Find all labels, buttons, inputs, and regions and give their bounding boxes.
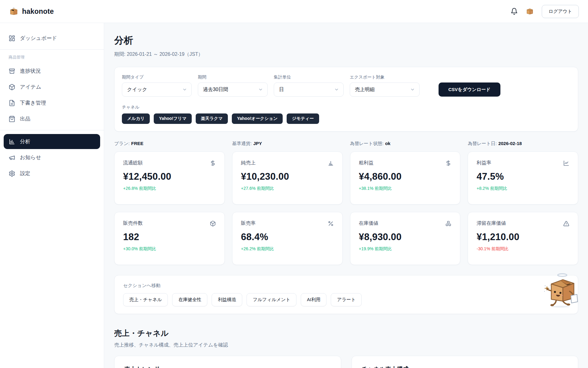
sidebar-item-label: アイテム [20,83,41,90]
kpi-value: ¥1,210.00 [477,232,569,243]
gear-icon [9,170,15,177]
brand: hakonote [9,7,54,16]
dollar-sign-icon [210,160,216,166]
bar-chart-icon [328,160,334,166]
filter-card: 期間タイプ クイック 期間 過去30日間 [114,67,578,132]
section-nav-card: セクションへ移動 売上・チャネル 在庫健全性 利益構造 フルフィルメント AI利… [114,275,578,314]
kpi-row-2: 販売件数 182 +30.0% 前期間比 販売率 68.4% +26.2% 前期… [114,212,578,265]
kpi-label: 粗利益 [359,160,374,166]
kpi-card-stale-inventory: 滞留在庫価値 ¥1,210.00 -30.1% 前期間比 [468,212,578,265]
sales-trend-title: 売上トレンド [124,365,331,368]
sidebar-divider [0,49,104,50]
app-header: hakonote ログアウト [0,0,588,23]
box-mascot-illustration [543,272,580,309]
logout-button[interactable]: ログアウト [542,5,579,18]
sales-section-title: 売上・チャネル [114,328,578,338]
chevron-down-icon [182,87,187,92]
nav-link-ai-usage[interactable]: AI利用 [301,293,326,306]
bell-icon[interactable] [511,8,518,15]
kpi-card-profit-rate: 利益率 47.5% +8.2% 前期間比 [468,151,578,205]
sidebar-item-listings[interactable]: 出品 [4,111,100,126]
kpi-change: +19.9% 前期間比 [359,246,452,252]
kpi-label: 流通総額 [123,160,143,166]
export-target-select[interactable]: 売上明細 [350,82,420,97]
sales-section-subtitle: 売上推移、チャネル構成、売上上位アイテムを確認 [114,342,578,348]
channel-chip-yahoo-auction[interactable]: Yahoo!オークション [232,113,283,124]
kpi-label: 在庫価値 [359,220,379,227]
select-value: 売上明細 [355,86,375,93]
kpi-row-1: 流通総額 ¥12,450.00 +26.8% 前期間比 純売上 ¥10,230.… [114,151,578,205]
unit-select[interactable]: 日 [274,82,344,97]
file-text-icon [9,100,15,106]
box-logo-icon [9,7,18,16]
chevron-down-icon [334,87,339,92]
sidebar-item-analytics[interactable]: 分析 [4,134,100,149]
page-title: 分析 [114,34,578,47]
package-icon [210,220,216,227]
kpi-card-gmv: 流通総額 ¥12,450.00 +26.8% 前期間比 [114,151,225,205]
kpi-value: ¥10,230.00 [241,171,334,182]
nav-link-fulfillment[interactable]: フルフィルメント [247,293,296,306]
kpi-label: 販売件数 [123,220,143,227]
kpi-label: 純売上 [241,160,256,166]
select-value: 日 [279,86,284,93]
channel-chip-jmty[interactable]: ジモティー [287,113,319,124]
kpi-change: +8.2% 前期間比 [477,186,569,191]
channel-chip-rakuma[interactable]: 楽天ラクマ [196,113,228,124]
field-label: 期間タイプ [122,75,192,80]
sidebar-item-settings[interactable]: 設定 [4,166,100,181]
fx-rate-status: 為替レート状態:ok [350,141,461,147]
kpi-change: +30.0% 前期間比 [123,246,216,252]
kpi-value: ¥12,450.00 [123,171,216,182]
sidebar-item-label: 下書き管理 [20,99,46,106]
avatar[interactable] [526,7,534,15]
nav-link-sales-channel[interactable]: 売上・チャネル [123,293,168,306]
meta-row: プラン:FREE 基準通貨:JPY 為替レート状態:ok 為替レート日:2026… [114,141,578,147]
alert-triangle-icon [563,220,569,227]
channel-label: チャネル [122,105,571,110]
field-label: 期間 [198,75,268,80]
line-chart-icon [563,160,569,166]
channel-composition-card: チャネル売上構成 [352,356,579,368]
sidebar-item-progress[interactable]: 進捗状況 [4,63,100,79]
kpi-value: ¥8,930.00 [359,232,452,243]
base-currency: 基準通貨:JPY [232,141,343,147]
kpi-value: ¥4,860.00 [359,171,452,182]
kpi-change: -30.1% 前期間比 [477,246,569,252]
sidebar: ダッシュボード 商品管理 進捗状況 アイテム [0,23,104,368]
sidebar-item-drafts[interactable]: 下書き管理 [4,95,100,110]
field-label: 集計単位 [274,75,344,80]
nav-link-alerts[interactable]: アラート [331,293,362,306]
section-nav-label: セクションへ移動 [123,283,569,289]
period-select[interactable]: 過去30日間 [198,82,268,97]
csv-download-button[interactable]: CSVをダウンロード [439,82,500,97]
fx-rate-date: 為替レート日:2026-02-18 [468,141,578,147]
period-text: 期間: 2026-01-21 ～ 2026-02-19（JST） [114,51,578,58]
dollar-sign-icon [445,160,451,166]
package-icon [9,84,15,90]
sidebar-item-news[interactable]: お知らせ [4,150,100,165]
kpi-card-sales-count: 販売件数 182 +30.0% 前期間比 [114,212,225,265]
kpi-card-sell-through: 販売率 68.4% +26.2% 前期間比 [232,212,343,265]
kpi-card-inventory-value: 在庫価値 ¥8,930.00 +19.9% 前期間比 [350,212,461,265]
kpi-change: +27.6% 前期間比 [241,186,334,191]
nav-link-inventory-health[interactable]: 在庫健全性 [172,293,207,306]
channel-composition-title: チャネル売上構成 [362,365,568,368]
layout-dashboard-icon [9,35,15,42]
channel-chip-yahoo-flea[interactable]: Yahoo!フリマ [154,113,192,124]
kpi-value: 68.4% [241,232,334,243]
field-label: エクスポート対象 [350,75,420,80]
channel-chip-mercari[interactable]: メルカリ [122,113,150,124]
kpi-card-gross-profit: 粗利益 ¥4,860.00 +38.1% 前期間比 [350,151,461,205]
sidebar-item-dashboard[interactable]: ダッシュボード [4,31,100,46]
kpi-label: 利益率 [477,160,491,166]
period-type-select[interactable]: クイック [122,82,192,97]
sidebar-item-items[interactable]: アイテム [4,79,100,94]
chevron-down-icon [410,87,415,92]
kpi-change: +38.1% 前期間比 [359,186,452,191]
megaphone-icon [9,154,15,161]
nav-link-profit-structure[interactable]: 利益構造 [212,293,242,306]
sidebar-section-label: 商品管理 [0,53,104,63]
shopping-bag-icon [9,116,15,122]
archive-icon [9,68,15,75]
